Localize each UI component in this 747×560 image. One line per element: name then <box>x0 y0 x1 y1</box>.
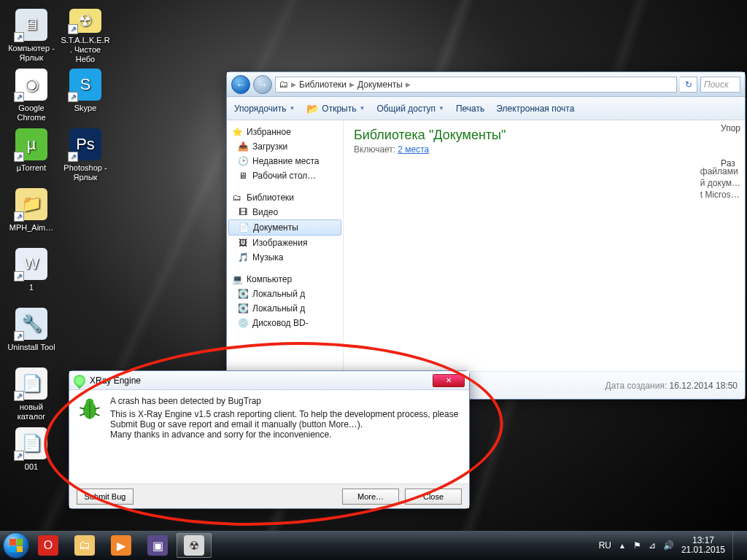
desktop-icon-label: Uninstall Tool <box>7 343 55 352</box>
shortcut-arrow-icon: ↗ <box>14 152 24 162</box>
sidebar-item[interactable]: 🎞Видео <box>228 205 341 219</box>
star-icon: ⭐ <box>231 126 243 138</box>
library-subtitle: Включает: 2 места <box>354 144 735 155</box>
dialog-heading: A crash has been detected by BugTrap <box>110 396 458 406</box>
breadcrumb-sub[interactable]: Документы <box>357 79 403 90</box>
desktop-icon[interactable]: µ↗µTorrent <box>6 125 57 184</box>
action-center-icon[interactable]: ⚑ <box>633 540 641 551</box>
dialog-title: XRay Engine <box>90 376 428 386</box>
arrange-label[interactable]: Упор <box>721 120 740 136</box>
open-button[interactable]: 📂Открыть▼ <box>306 103 365 114</box>
desktop-icon[interactable]: 📄↗001 <box>6 424 57 483</box>
app-icon: 📄↗ <box>15 368 47 400</box>
folder-icon: 🕑 <box>237 155 249 167</box>
volume-icon[interactable]: 🔊 <box>663 540 674 551</box>
sidebar-item-label: Локальный д <box>252 289 305 299</box>
desktop-icon[interactable]: 🔧↗Uninstall Tool <box>6 305 57 363</box>
computer-icon: 💻 <box>231 273 243 285</box>
clock-date: 21.01.2015 <box>681 545 725 555</box>
sidebar-item[interactable]: 💽Локальный д <box>228 301 341 316</box>
desktop-icon[interactable]: S↗Skype <box>60 66 111 124</box>
app-icon: 📄↗ <box>15 427 47 459</box>
shortcut-arrow-icon: ↗ <box>14 32 24 42</box>
file-fragment: й докум… <box>700 177 740 189</box>
chevron-down-icon: ▼ <box>359 105 365 112</box>
nav-forward-button[interactable]: → <box>253 75 272 94</box>
drive-icon: 💿 <box>237 317 249 329</box>
shortcut-arrow-icon: ↗ <box>14 271 24 281</box>
sidebar-item[interactable]: 📥Загрузки <box>228 139 341 154</box>
shortcut-arrow-icon: ↗ <box>68 24 78 34</box>
more-button[interactable]: More… <box>342 489 399 505</box>
shortcut-arrow-icon: ↗ <box>14 451 24 461</box>
desktop-icon[interactable]: 🖥↗Компьютер - Ярлык <box>6 6 57 64</box>
crash-dialog[interactable]: XRay Engine ✕ A crash has been detected … <box>69 370 470 509</box>
start-button[interactable] <box>3 532 29 559</box>
app-icon: Ps↗ <box>69 128 101 160</box>
shortcut-arrow-icon: ↗ <box>68 152 78 162</box>
email-button[interactable]: Электронная почта <box>496 104 574 114</box>
sidebar-item[interactable]: 💽Локальный д <box>228 287 341 301</box>
sidebar-favorites[interactable]: ⭐Избранное <box>228 125 341 139</box>
print-button[interactable]: Печать <box>456 104 484 114</box>
file-fragment: t Micros… <box>700 189 740 201</box>
taskbar: O 🗂 ▶ ▣ ☢ RU ▲ ⚑ ⊿ 🔊 13:17 21.01.2015 <box>0 531 747 560</box>
explorer-content[interactable]: Упор Раз Библиотека "Документы" Включает… <box>344 120 745 371</box>
language-indicator[interactable]: RU <box>599 540 611 551</box>
share-button[interactable]: Общий доступ▼ <box>376 104 444 114</box>
submit-bug-button[interactable]: Submit Bug <box>77 489 133 505</box>
sidebar-item[interactable]: 🎵Музыка <box>228 250 341 265</box>
network-icon[interactable]: ⊿ <box>649 540 656 551</box>
desktop-icon[interactable]: ☢↗S.T.A.L.K.E.R. Чистое Небо <box>60 6 111 64</box>
close-dialog-button[interactable]: Close <box>405 489 462 505</box>
dialog-buttons: Submit Bug More… Close <box>69 483 469 508</box>
desktop-icon[interactable]: 📄↗новый каталог <box>6 365 57 423</box>
explorer-window[interactable]: ← → 🗂 ▶ Библиотеки ▶ Документы ▶ ↻ Поиск… <box>226 71 746 400</box>
refresh-button[interactable]: ↻ <box>680 77 697 93</box>
sidebar-item[interactable]: 🕑Недавние места <box>228 154 341 168</box>
sidebar-computer[interactable]: 💻Компьютер <box>228 272 341 287</box>
taskbar-kmplayer[interactable]: ▣ <box>140 533 175 558</box>
sidebar-item-label: Рабочий стол… <box>252 171 316 181</box>
chevron-down-icon: ▼ <box>438 105 444 112</box>
sidebar-libraries[interactable]: 🗂Библиотеки <box>228 190 341 205</box>
library-icon: 🎞 <box>237 206 249 218</box>
search-input[interactable]: Поиск <box>700 77 740 93</box>
sidebar-item[interactable]: 🖼Изображения <box>228 236 341 250</box>
dialog-titlebar[interactable]: XRay Engine ✕ <box>69 371 469 390</box>
library-title: Библиотека "Документы" <box>354 128 735 143</box>
sidebar-item[interactable]: 💿Дисковод BD- <box>228 316 341 330</box>
clock[interactable]: 13:17 21.01.2015 <box>681 536 725 555</box>
sidebar-item-label: Музыка <box>252 252 283 262</box>
tray-overflow-icon[interactable]: ▲ <box>619 542 626 550</box>
taskbar-stalker[interactable]: ☢ <box>177 533 212 558</box>
folder-icon: 📥 <box>237 141 249 152</box>
breadcrumb-root[interactable]: Библиотеки <box>299 79 347 90</box>
desktop-icon-label: Photoshop - Ярлык <box>61 163 110 182</box>
drive-icon: 💽 <box>237 303 249 314</box>
locations-link[interactable]: 2 места <box>398 144 429 155</box>
sidebar-item[interactable]: 📄Документы <box>228 219 341 236</box>
desktop-icon[interactable]: Ps↗Photoshop - Ярлык <box>60 125 111 184</box>
shortcut-arrow-icon: ↗ <box>14 92 24 102</box>
libraries-icon: 🗂 <box>279 79 288 90</box>
taskbar-explorer[interactable]: 🗂 <box>67 533 102 558</box>
show-desktop-button[interactable] <box>732 532 740 559</box>
windows-logo-icon <box>9 539 23 552</box>
library-icon: 🖼 <box>237 237 249 249</box>
close-button[interactable]: ✕ <box>433 374 465 387</box>
nav-back-button[interactable]: ← <box>231 75 250 94</box>
desktop-icon-label: новый каталог <box>7 402 56 421</box>
organize-button[interactable]: Упорядочить▼ <box>234 104 295 114</box>
desktop-icon[interactable]: ◉↗Google Chrome <box>6 66 57 124</box>
address-bar[interactable]: 🗂 ▶ Библиотеки ▶ Документы ▶ <box>275 77 677 93</box>
shortcut-arrow-icon: ↗ <box>14 391 24 401</box>
sidebar-item[interactable]: 🖥Рабочий стол… <box>228 168 341 183</box>
app-icon: S↗ <box>69 69 101 101</box>
desktop-icon[interactable]: 📁↗MPH_Aim… <box>6 185 57 244</box>
taskbar-opera[interactable]: O <box>31 533 66 558</box>
desktop-icon[interactable]: W↗1 <box>6 245 57 303</box>
taskbar-mediaplayer[interactable]: ▶ <box>104 533 139 558</box>
shortcut-arrow-icon: ↗ <box>68 92 78 102</box>
dialog-text-3: Many thanks in advance and sorry for the… <box>110 429 458 440</box>
